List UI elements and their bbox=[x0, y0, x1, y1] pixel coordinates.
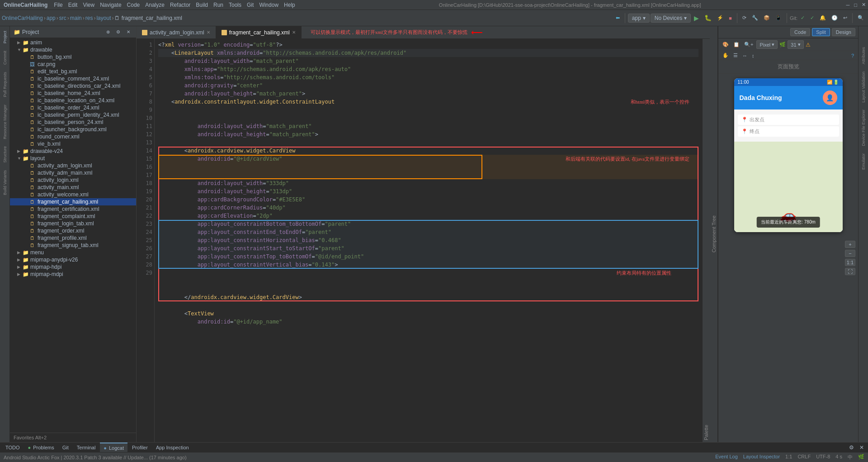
menu-tools[interactable]: Tools bbox=[226, 0, 244, 10]
event-log-link[interactable]: Event Log bbox=[715, 454, 738, 461]
tree-item-car-png[interactable]: 🖼 car.png bbox=[10, 61, 136, 68]
menu-git[interactable]: Git bbox=[244, 0, 256, 10]
attributes-icon-button[interactable]: 📋 bbox=[732, 41, 741, 48]
zoom-fit-side-button[interactable]: 1:1 bbox=[845, 259, 855, 266]
run-button[interactable]: ▶ bbox=[692, 13, 701, 23]
stop-button[interactable]: ■ bbox=[726, 14, 734, 22]
pan-button[interactable]: ✋ bbox=[721, 52, 730, 59]
git-push-button[interactable]: ✓ bbox=[808, 14, 816, 22]
project-icon[interactable]: Project bbox=[2, 28, 8, 46]
tree-item-ic-baseline-order[interactable]: 🗒 ic_baseline_order_24.xml bbox=[10, 104, 136, 111]
git-commit-button[interactable]: ✓ bbox=[798, 14, 807, 22]
tree-item-activity-welcome[interactable]: 🗒 activity_welcome.xml bbox=[10, 191, 136, 198]
debug-button[interactable]: 🐛 bbox=[702, 13, 714, 23]
sdk-button[interactable]: 📦 bbox=[761, 14, 772, 22]
maximize-button[interactable]: □ bbox=[852, 1, 859, 9]
list-button[interactable]: ☰ bbox=[732, 52, 739, 59]
project-close-button[interactable]: ✕ bbox=[124, 28, 132, 36]
tree-item-fragment-signup-tab[interactable]: 🗒 fragment_signup_tab.xml bbox=[10, 242, 136, 249]
profile-button[interactable]: ⚡ bbox=[715, 14, 726, 22]
bc-layout[interactable]: layout bbox=[96, 15, 111, 21]
device-file-explorer-toggle[interactable]: Device File Explorer bbox=[860, 107, 867, 149]
sync-button[interactable]: ⟳ bbox=[740, 14, 749, 22]
minimize-button[interactable]: ─ bbox=[844, 1, 852, 9]
tree-item-ic-launcher-bg[interactable]: 🗒 ic_launcher_background.xml bbox=[10, 126, 136, 133]
tree-item-menu[interactable]: ▶ 📁 menu bbox=[10, 249, 136, 256]
tree-item-fragment-car-hailing[interactable]: 🗒 fragment_car_hailing.xml bbox=[10, 198, 136, 205]
tree-item-activity-adm-login[interactable]: 🗒 activity_adm_login.xml bbox=[10, 162, 136, 169]
tab-profiler[interactable]: Profiler bbox=[128, 443, 151, 452]
menu-build[interactable]: Build bbox=[193, 0, 211, 10]
tree-item-ic-baseline-comment[interactable]: 🗒 ic_baseline_comment_24.xml bbox=[10, 75, 136, 82]
emulator-toggle[interactable]: Emulator bbox=[860, 151, 867, 172]
palette-icon-button[interactable]: 🎨 bbox=[721, 41, 730, 48]
tab-problems[interactable]: ● Problems bbox=[24, 443, 58, 452]
tree-item-mipmap-mdpi[interactable]: ▶ 📁 mipmap-mdpi bbox=[10, 271, 136, 278]
bottom-settings-button[interactable]: ⚙ bbox=[847, 443, 856, 452]
git-history-button[interactable]: 🕐 bbox=[829, 14, 840, 22]
bc-project[interactable]: OnlineCarHailing bbox=[2, 15, 43, 21]
tab-git-bottom[interactable]: Git bbox=[59, 443, 72, 452]
bc-main[interactable]: main bbox=[70, 15, 82, 21]
tab-logcat[interactable]: ● Logcat bbox=[100, 443, 127, 452]
bc-app[interactable]: app bbox=[47, 15, 56, 21]
zoom-in-button[interactable]: 🔍+ bbox=[743, 41, 755, 48]
tree-item-fragment-login-tab[interactable]: 🗒 fragment_login_tab.xml bbox=[10, 220, 136, 227]
menu-refactor[interactable]: Refactor bbox=[167, 0, 193, 10]
tree-item-ic-baseline-directions[interactable]: 🗒 ic_baseline_directions_car_24.xml bbox=[10, 82, 136, 90]
app-dropdown[interactable]: app ▾ bbox=[628, 14, 650, 23]
resource-manager-icon[interactable]: Resource Manager bbox=[2, 102, 8, 142]
menu-view[interactable]: View bbox=[80, 0, 97, 10]
tree-item-fragment-profile[interactable]: 🗒 fragment_profile.xml bbox=[10, 234, 136, 242]
tree-item-round-corner[interactable]: 🗒 round_corner.xml bbox=[10, 133, 136, 140]
tab-activity-adm-login[interactable]: activity_adm_login.xml ✕ bbox=[137, 26, 216, 38]
menu-edit[interactable]: Edit bbox=[66, 0, 80, 10]
bottom-close-button[interactable]: ✕ bbox=[857, 443, 866, 452]
pull-requests-icon[interactable]: Pull Requests bbox=[2, 69, 8, 100]
structure-icon[interactable]: Structure bbox=[2, 143, 8, 166]
bc-src[interactable]: src bbox=[59, 15, 66, 21]
code-view-button[interactable]: Code bbox=[790, 28, 810, 36]
menu-window[interactable]: Window bbox=[256, 0, 281, 10]
help-button[interactable]: ? bbox=[850, 52, 855, 59]
favorites-bar[interactable]: Favorites Alt+2 bbox=[10, 433, 136, 442]
tree-item-fragment-complaint[interactable]: 🗒 fragment_complaint.xml bbox=[10, 213, 136, 220]
design-view-button[interactable]: Design bbox=[832, 28, 855, 36]
commit-icon[interactable]: Commit bbox=[2, 48, 8, 67]
gradle-button[interactable]: 🔧 bbox=[750, 14, 760, 22]
split-view-button[interactable]: Split bbox=[812, 28, 830, 36]
search-everywhere-button[interactable]: 🔍 bbox=[855, 14, 866, 22]
back-nav-button[interactable]: ⬅ bbox=[613, 14, 622, 22]
zoom-out-side-button[interactable]: − bbox=[845, 250, 855, 257]
layout-inspector-link[interactable]: Layout Inspector bbox=[743, 454, 780, 461]
tab-todo[interactable]: TODO bbox=[2, 443, 24, 452]
bc-res[interactable]: res bbox=[85, 15, 93, 21]
attributes-panel-toggle[interactable]: Attributes bbox=[860, 44, 867, 67]
tab-terminal[interactable]: Terminal bbox=[73, 443, 99, 452]
tree-item-fragment-certification[interactable]: 🗒 fragment_certification.xml bbox=[10, 205, 136, 213]
tree-item-anim[interactable]: ▶ 📁 anim bbox=[10, 39, 136, 46]
tree-item-activity-main[interactable]: 🗒 activity_main.xml bbox=[10, 184, 136, 191]
code-content[interactable]: <?xml version="1.0" encoding="utf-8"?> <… bbox=[155, 39, 702, 442]
menu-help[interactable]: Help bbox=[281, 0, 298, 10]
tree-item-layout[interactable]: ▼ 📁 layout bbox=[10, 155, 136, 162]
devices-dropdown[interactable]: No Devices ▾ bbox=[651, 14, 691, 23]
tree-item-activity-login[interactable]: 🗒 activity_login.xml bbox=[10, 176, 136, 184]
tree-item-fragment-order[interactable]: 🗒 fragment_order.xml bbox=[10, 227, 136, 234]
expand-side-button[interactable]: ⛶ bbox=[845, 268, 855, 275]
menu-run[interactable]: Run bbox=[211, 0, 226, 10]
tree-item-ic-baseline-perm[interactable]: 🗒 ic_baseline_perm_identity_24.xml bbox=[10, 111, 136, 119]
git-fetch-button[interactable]: 🔔 bbox=[817, 14, 828, 22]
tree-item-ic-baseline-person[interactable]: 🗒 ic_baseline_person_24.xml bbox=[10, 119, 136, 126]
tab-fragment-car-hailing[interactable]: fragment_car_hailing.xml ✕ bbox=[216, 26, 302, 38]
pixel-dropdown[interactable]: Pixel ▾ bbox=[756, 40, 778, 49]
tree-item-vie-b[interactable]: 🗒 vie_b.xml bbox=[10, 140, 136, 148]
tree-item-button-bg[interactable]: 🗒 button_bg.xml bbox=[10, 53, 136, 61]
tree-item-ic-baseline-home[interactable]: 🗒 ic_baseline_home_24.xml bbox=[10, 90, 136, 97]
git-revert-button[interactable]: ↩ bbox=[841, 14, 849, 22]
avd-button[interactable]: 📱 bbox=[773, 14, 784, 22]
zoom-dropdown[interactable]: 31 ▾ bbox=[788, 40, 803, 49]
menu-navigate[interactable]: Navigate bbox=[97, 0, 124, 10]
tree-item-mipmap-hdpi[interactable]: ▶ 📁 mipmap-hdpi bbox=[10, 263, 136, 271]
tree-item-ic-baseline-location[interactable]: 🗒 ic_baseline_location_on_24.xml bbox=[10, 97, 136, 104]
